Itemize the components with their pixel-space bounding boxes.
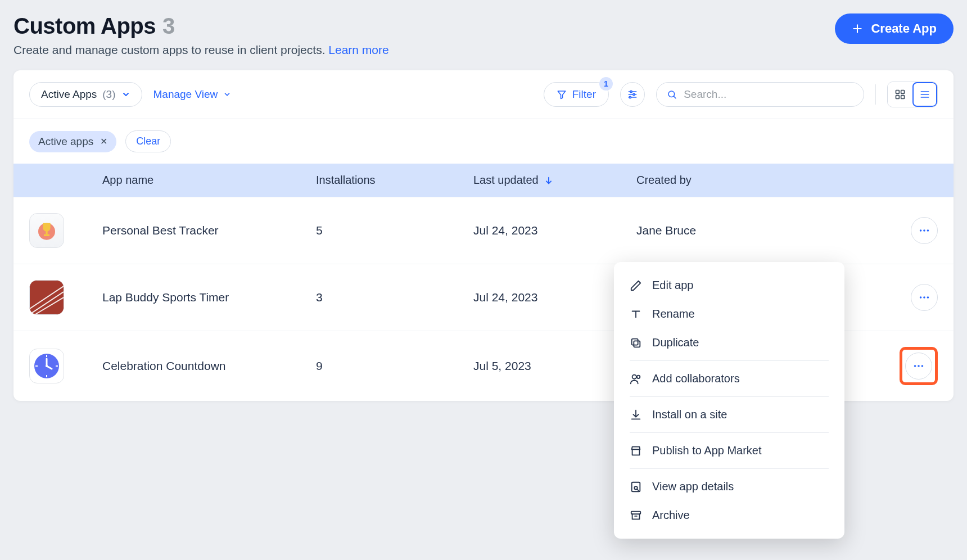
filter-label: Filter (572, 88, 596, 101)
chevron-down-icon (223, 91, 231, 98)
view-selector[interactable]: Active Apps (3) (29, 82, 142, 107)
menu-rename[interactable]: Rename (614, 300, 844, 328)
menu-separator (630, 432, 829, 433)
svg-point-22 (920, 229, 922, 232)
adjust-columns-button[interactable] (620, 82, 645, 107)
highlighted-more-wrapper (900, 347, 938, 385)
filter-chips-row: Active apps ✕ Clear (13, 119, 954, 164)
text-icon (630, 308, 642, 320)
duplicate-icon (630, 337, 642, 349)
cell-created-by: Jane Bruce (636, 224, 870, 237)
row-context-menu: Edit app Rename Duplicate Add collaborat… (614, 262, 844, 539)
app-icon (29, 280, 64, 315)
archive-icon (630, 509, 642, 522)
app-icon (29, 349, 64, 383)
cell-last-updated: Jul 5, 2023 (473, 359, 636, 373)
subtitle-text: Create and manage custom apps to reuse i… (13, 43, 328, 56)
svg-point-45 (632, 374, 636, 378)
cell-app-name: Lap Buddy Sports Timer (102, 291, 316, 304)
th-last-updated[interactable]: Last updated (473, 174, 636, 187)
chevron-down-icon (121, 90, 130, 99)
row-more-button[interactable] (911, 284, 938, 311)
menu-duplicate[interactable]: Duplicate (614, 328, 844, 357)
clock-icon (33, 352, 61, 380)
svg-point-6 (633, 93, 635, 95)
svg-rect-44 (632, 338, 638, 345)
more-horizontal-icon (918, 291, 930, 304)
svg-point-23 (923, 229, 925, 232)
svg-point-4 (630, 91, 632, 92)
learn-more-link[interactable]: Learn more (328, 43, 388, 56)
menu-edit-app[interactable]: Edit app (614, 271, 844, 300)
cell-last-updated: Jul 24, 2023 (473, 224, 636, 237)
users-icon (630, 373, 642, 385)
manage-view-button[interactable]: Manage View (153, 88, 232, 101)
pencil-icon (630, 279, 642, 292)
search-field[interactable] (656, 82, 864, 107)
sliders-icon (627, 89, 638, 100)
more-horizontal-icon (918, 224, 930, 237)
details-icon (630, 481, 642, 493)
svg-marker-2 (558, 91, 566, 99)
svg-point-24 (927, 229, 929, 232)
cell-app-name: Personal Best Tracker (102, 224, 316, 237)
cell-installations: 9 (316, 359, 473, 373)
menu-install-on-site[interactable]: Install on a site (614, 400, 844, 429)
menu-separator (630, 396, 829, 397)
app-icon (29, 213, 64, 248)
clear-label: Clear (136, 136, 160, 147)
chip-label: Active apps (38, 136, 93, 148)
page-title-text: Custom Apps (13, 13, 156, 39)
menu-view-details[interactable]: View app details (614, 472, 844, 501)
menu-publish-market[interactable]: Publish to App Market (614, 436, 844, 465)
download-icon (630, 409, 642, 421)
create-app-button[interactable]: Create App (835, 13, 954, 44)
menu-separator (630, 468, 829, 469)
th-app-name[interactable]: App name (102, 174, 316, 187)
svg-point-41 (918, 365, 920, 367)
svg-line-49 (638, 489, 639, 490)
menu-label: Add collaborators (652, 372, 740, 385)
filter-chip-active-apps[interactable]: Active apps ✕ (29, 131, 116, 152)
cell-last-updated: Jul 24, 2023 (473, 291, 636, 304)
trophy-icon (35, 219, 58, 242)
toolbar-divider (875, 84, 876, 105)
list-view-button[interactable] (912, 82, 937, 107)
list-icon (919, 89, 930, 100)
toolbar: Active Apps (3) Manage View Filter 1 (13, 70, 954, 119)
row-more-button[interactable] (905, 353, 932, 380)
manage-view-label: Manage View (153, 88, 218, 101)
th-installations[interactable]: Installations (316, 174, 473, 187)
filter-button[interactable]: Filter 1 (544, 82, 609, 107)
svg-point-42 (921, 365, 924, 367)
sort-desc-icon (544, 176, 553, 185)
svg-point-48 (634, 486, 638, 490)
svg-point-31 (927, 296, 929, 299)
search-input[interactable] (684, 88, 853, 101)
plus-icon (852, 23, 863, 34)
row-more-button[interactable] (911, 217, 938, 244)
svg-rect-50 (631, 511, 641, 514)
store-icon (630, 445, 642, 457)
menu-label: Rename (652, 308, 695, 320)
svg-rect-20 (46, 231, 47, 234)
menu-label: Duplicate (652, 336, 699, 349)
create-app-button-label: Create App (871, 21, 937, 36)
svg-rect-43 (634, 341, 640, 347)
svg-point-40 (914, 365, 916, 367)
cell-app-name: Celebration Countdown (102, 359, 316, 373)
th-last-updated-label: Last updated (473, 174, 539, 187)
cell-installations: 5 (316, 224, 473, 237)
th-created-by[interactable]: Created by (636, 174, 870, 187)
track-icon (30, 280, 64, 315)
clear-filters-button[interactable]: Clear (125, 130, 171, 152)
more-horizontal-icon (912, 360, 925, 372)
menu-archive[interactable]: Archive (614, 501, 844, 530)
grid-view-button[interactable] (888, 82, 912, 107)
filter-count-badge: 1 (599, 77, 613, 91)
menu-label: Install on a site (652, 408, 727, 421)
close-icon[interactable]: ✕ (100, 136, 107, 147)
svg-point-30 (923, 296, 925, 299)
svg-rect-21 (44, 234, 49, 236)
menu-add-collaborators[interactable]: Add collaborators (614, 364, 844, 393)
